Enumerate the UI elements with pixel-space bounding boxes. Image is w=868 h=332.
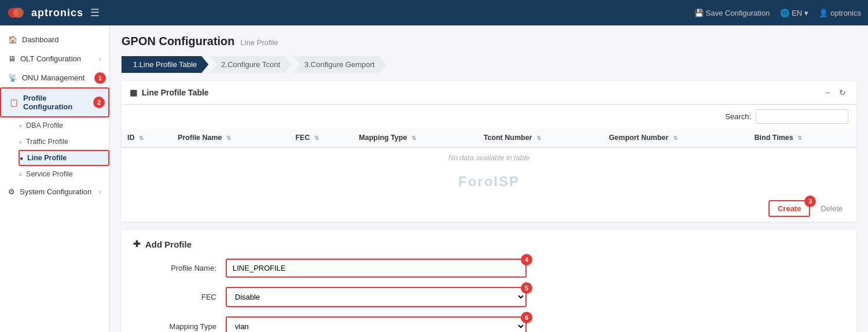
- circle-icon: ●: [20, 155, 23, 161]
- topnav-right: 💾 Save Configuration 🌐 EN ▾ 👤 optronics: [694, 9, 861, 17]
- sidebar-item-traffic-profile[interactable]: ○ Traffic Profile: [19, 134, 109, 150]
- form-row-profile-name: Profile Name: 4: [133, 259, 527, 278]
- profile-sub-menu: ○ DBA Profile ○ Traffic Profile ● Line P…: [0, 117, 109, 182]
- user-icon: 👤: [819, 9, 828, 17]
- add-profile-icon: ✚: [133, 239, 141, 249]
- language-button[interactable]: 🌐 EN ▾: [780, 9, 808, 17]
- wizard-step-3[interactable]: 3.Configure Gemport: [293, 56, 386, 73]
- logo-icon: [7, 5, 28, 21]
- search-input[interactable]: [756, 109, 848, 124]
- svg-point-1: [13, 8, 24, 18]
- chevron-right-icon: ›: [99, 54, 101, 63]
- card-header: ▦ Line Profile Table − ↻: [122, 81, 856, 105]
- card-title: Line Profile Table: [142, 88, 209, 97]
- table-actions: Create 3 Delete: [122, 195, 856, 222]
- sidebar-item-service-profile[interactable]: ○ Service Profile: [19, 166, 109, 182]
- col-tcont-number: Tcont Number ⇅: [478, 128, 604, 147]
- sub-item-label: Service Profile: [26, 170, 73, 178]
- profile-icon: 📋: [9, 98, 19, 107]
- sort-icon[interactable]: ⇅: [797, 135, 802, 141]
- page-header: GPON Configuration Line Profile: [122, 35, 856, 48]
- sidebar-item-label: Profile Configuration: [23, 94, 93, 111]
- sidebar-item-olt-config[interactable]: 🖥 OLT Configuration ›: [0, 49, 109, 68]
- col-gemport-number: Gemport Number ⇅: [603, 128, 748, 147]
- sidebar-item-label: System Configuration: [20, 187, 91, 196]
- globe-icon: 🌐: [780, 9, 789, 17]
- chevron-right-icon: ›: [99, 187, 101, 196]
- fec-select[interactable]: Disable Enable: [226, 287, 527, 307]
- mapping-type-label: Mapping Type: [133, 322, 226, 331]
- field-badge-5: 5: [521, 282, 532, 294]
- table-header-row: ID ⇅ Profile Name ⇅ FEC ⇅ Mapping Type: [122, 128, 856, 147]
- form-row-fec: FEC Disable Enable 5: [133, 287, 527, 307]
- create-badge: 3: [804, 195, 816, 207]
- onu-badge: 1: [94, 72, 106, 84]
- profile-badge: 2: [93, 97, 105, 108]
- add-profile-title: Add Profile: [145, 239, 192, 249]
- sort-icon[interactable]: ⇅: [226, 135, 231, 141]
- profile-name-input[interactable]: [226, 259, 527, 278]
- circle-icon: ○: [19, 139, 22, 145]
- mapping-type-select[interactable]: vlan gem-port: [226, 316, 527, 332]
- field-badge-6: 6: [521, 312, 532, 323]
- main-content: GPON Configuration Line Profile 1.Line P…: [110, 25, 868, 332]
- sidebar-item-label: OLT Configuration: [20, 54, 81, 63]
- delete-button[interactable]: Delete: [815, 200, 848, 217]
- sidebar-item-dashboard[interactable]: 🏠 Dashboard: [0, 30, 109, 49]
- minimize-button[interactable]: −: [823, 87, 832, 98]
- step-label: 1.Line Profile Table: [133, 60, 197, 69]
- watermark: ForoISP: [122, 168, 856, 195]
- save-icon: 💾: [694, 9, 704, 17]
- sidebar-item-label: ONU Management: [22, 73, 84, 82]
- table-icon: ▦: [130, 88, 137, 97]
- sort-icon[interactable]: ⇅: [314, 135, 319, 141]
- line-profile-table-card: ▦ Line Profile Table − ↻ Search: ID ⇅: [122, 81, 856, 222]
- circle-icon: ○: [19, 123, 22, 129]
- col-bind-times: Bind Times ⇅: [749, 128, 856, 147]
- col-profile-name: Profile Name ⇅: [172, 128, 289, 147]
- sidebar-item-system-config[interactable]: ⚙ System Configuration ›: [0, 182, 109, 201]
- table-no-data-row: No data available in table: [122, 147, 856, 168]
- form-row-mapping-type: Mapping Type vlan gem-port 6: [133, 316, 527, 332]
- sort-icon[interactable]: ⇅: [673, 135, 678, 141]
- profile-name-label: Profile Name:: [133, 264, 226, 272]
- olt-icon: 🖥: [8, 54, 16, 63]
- add-profile-header: ✚ Add Profile: [133, 239, 845, 249]
- system-icon: ⚙: [8, 187, 15, 196]
- step-label: 2.Configure Tcont: [221, 60, 280, 69]
- wizard-step-2[interactable]: 2.Configure Tcont: [209, 56, 292, 73]
- user-menu-button[interactable]: 👤 optronics: [819, 9, 861, 17]
- top-navbar: aptronics ☰ 💾 Save Configuration 🌐 EN ▾ …: [0, 0, 868, 25]
- sidebar-item-line-profile[interactable]: ● Line Profile: [19, 150, 109, 166]
- sort-icon[interactable]: ⇅: [139, 135, 144, 141]
- no-data-cell: No data available in table: [122, 147, 856, 168]
- refresh-button[interactable]: ↻: [837, 87, 848, 98]
- sidebar-item-profile-config[interactable]: 📋 Profile Configuration ‹ 2: [0, 87, 109, 117]
- page-subtitle: Line Profile: [241, 38, 278, 47]
- col-mapping-type: Mapping Type ⇅: [353, 128, 477, 147]
- sub-item-label: Traffic Profile: [26, 138, 68, 146]
- sort-icon[interactable]: ⇅: [536, 135, 541, 141]
- sub-item-label: Line Profile: [27, 154, 67, 162]
- circle-icon: ○: [19, 171, 22, 178]
- sidebar-item-label: Dashboard: [22, 35, 59, 44]
- sub-item-label: DBA Profile: [26, 121, 63, 130]
- table-toolbar: Search:: [122, 105, 856, 128]
- search-label: Search:: [725, 112, 751, 121]
- hamburger-icon[interactable]: ☰: [90, 6, 100, 19]
- step-label: 3.Configure Gemport: [304, 60, 374, 69]
- wizard-step-1[interactable]: 1.Line Profile Table: [122, 56, 208, 73]
- sort-icon[interactable]: ⇅: [411, 135, 416, 141]
- logo: aptronics: [7, 5, 83, 21]
- fec-label: FEC: [133, 293, 226, 301]
- field-badge-4: 4: [521, 254, 532, 265]
- chevron-down-icon: ▾: [804, 9, 808, 17]
- save-config-button[interactable]: 💾 Save Configuration: [694, 9, 770, 17]
- card-header-actions: − ↻: [823, 87, 848, 98]
- wizard-steps: 1.Line Profile Table 2.Configure Tcont 3…: [122, 56, 856, 73]
- sidebar-item-onu-mgmt[interactable]: 📡 ONU Management 1: [0, 68, 109, 87]
- line-profile-table: ID ⇅ Profile Name ⇅ FEC ⇅ Mapping Type: [122, 128, 856, 168]
- sidebar-item-dba-profile[interactable]: ○ DBA Profile: [19, 117, 109, 134]
- main-layout: 🏠 Dashboard 🖥 OLT Configuration › 📡 ONU …: [0, 25, 868, 332]
- sidebar: 🏠 Dashboard 🖥 OLT Configuration › 📡 ONU …: [0, 25, 110, 332]
